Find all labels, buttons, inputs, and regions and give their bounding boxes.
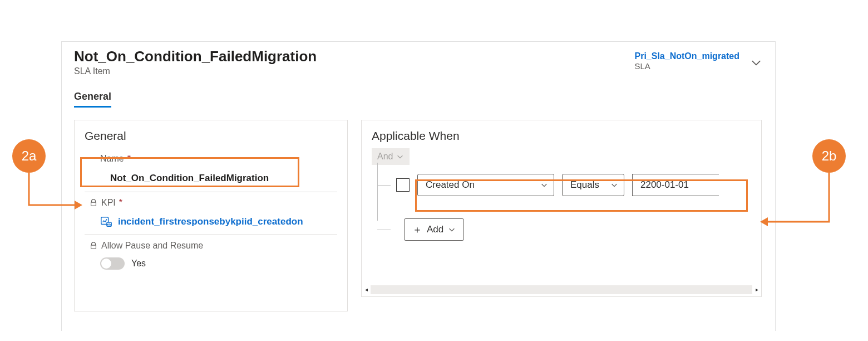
callout-2a-label: 2a	[22, 148, 37, 164]
pause-toggle-row: Yes	[85, 254, 337, 270]
chevron-down-icon[interactable]	[749, 56, 763, 70]
group-operator-label: And	[377, 152, 393, 162]
callout-2b-arrow	[760, 173, 830, 228]
kpi-label: KPI	[101, 198, 116, 208]
content-area: General Name* Not_On_Condition_FailedMig…	[62, 108, 775, 311]
add-condition-row: ＋ Add	[377, 218, 751, 241]
horizontal-scrollbar[interactable]: ◂ ▸	[362, 283, 761, 296]
sla-link-block[interactable]: Pri_Sla_NotOn_migrated SLA	[635, 51, 740, 71]
lock-icon	[89, 198, 98, 207]
required-star: *	[127, 154, 131, 164]
condition-field-value: Created On	[426, 179, 475, 191]
callout-2b-bubble: 2b	[812, 139, 846, 173]
required-star-2: *	[119, 198, 122, 208]
tab-strip: General	[62, 76, 775, 108]
kpi-link[interactable]: incident_firstresponsebykpiid_createdon	[118, 216, 303, 227]
condition-operator-select[interactable]: Equals	[562, 174, 624, 196]
kpi-value-row[interactable]: incident_firstresponsebykpiid_createdon	[85, 211, 337, 232]
condition-checkbox[interactable]	[396, 178, 410, 192]
pause-resume-field: Allow Pause and Resume Yes	[75, 235, 347, 270]
condition-field-select[interactable]: Created On	[417, 174, 554, 196]
callout-2a: 2a	[12, 139, 46, 173]
callout-2b: 2b	[812, 139, 846, 173]
applicable-when-title: Applicable When	[362, 120, 761, 148]
callout-2a-arrow	[28, 173, 83, 212]
callout-2b-label: 2b	[822, 148, 837, 164]
tab-general[interactable]: General	[74, 91, 111, 108]
page-subtitle: SLA Item	[74, 66, 635, 76]
pause-resume-toggle[interactable]	[100, 257, 125, 270]
header-right: Pri_Sla_NotOn_migrated SLA	[635, 48, 763, 71]
lock-icon-2	[89, 241, 98, 250]
name-label: Name	[100, 154, 124, 164]
chevron-down-icon	[540, 181, 548, 189]
chevron-down-icon	[448, 226, 456, 233]
add-button-label: Add	[427, 224, 443, 235]
chevron-down-icon	[610, 181, 618, 189]
condition-row: Created On Equals	[377, 174, 751, 196]
general-card-title: General	[75, 120, 347, 148]
pause-toggle-value: Yes	[131, 259, 146, 269]
scroll-left-arrow[interactable]: ◂	[362, 283, 371, 296]
chevron-down-icon	[396, 153, 404, 160]
condition-operator-value: Equals	[570, 179, 599, 191]
sla-link-sub: SLA	[635, 61, 740, 71]
scroll-right-arrow[interactable]: ▸	[752, 283, 761, 296]
scroll-track[interactable]	[371, 285, 752, 294]
applicable-when-card: Applicable When And Created On	[361, 120, 762, 297]
main-window: Not_On_Condition_FailedMigration SLA Ite…	[61, 41, 776, 331]
header-left: Not_On_Condition_FailedMigration SLA Ite…	[74, 48, 635, 76]
condition-tree: Created On Equals	[377, 165, 751, 241]
page-title: Not_On_Condition_FailedMigration	[74, 48, 635, 65]
pause-label: Allow Pause and Resume	[101, 241, 203, 251]
name-label-row: Name*	[85, 148, 337, 167]
general-card: General Name* Not_On_Condition_FailedMig…	[74, 120, 348, 311]
kpi-icon	[100, 216, 112, 228]
kpi-field: KPI* incident_firstresponsebykpiid_creat…	[75, 192, 347, 235]
name-field: Name* Not_On_Condition_FailedMigration	[75, 148, 347, 192]
toggle-knob	[101, 259, 111, 269]
header: Not_On_Condition_FailedMigration SLA Ite…	[62, 42, 775, 76]
condition-value-text: 2200-01-01	[640, 179, 689, 191]
plus-icon: ＋	[412, 223, 422, 236]
condition-builder: And Created On	[362, 148, 761, 241]
callout-2a-bubble: 2a	[12, 139, 46, 173]
pause-label-row: Allow Pause and Resume	[85, 235, 337, 254]
condition-value-input[interactable]: 2200-01-01	[632, 174, 719, 196]
add-condition-button[interactable]: ＋ Add	[404, 218, 464, 241]
name-value[interactable]: Not_On_Condition_FailedMigration	[85, 167, 337, 189]
kpi-label-row: KPI*	[85, 192, 337, 211]
sla-link[interactable]: Pri_Sla_NotOn_migrated	[635, 51, 740, 61]
